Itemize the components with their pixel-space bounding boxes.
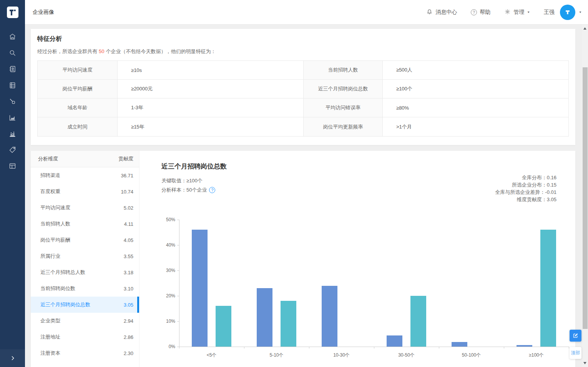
dimension-panel: 分析维度 贡献度 招聘渠道36.71百度权重10.74平均访问速度5.02当前招…: [31, 151, 140, 367]
dimension-item-label: 当前招聘人数: [40, 220, 70, 227]
document-icon[interactable]: [0, 77, 25, 93]
scrollbar-down-arrow-icon[interactable]: [583, 362, 586, 364]
dimension-item[interactable]: 所属行业3.55: [31, 248, 139, 264]
x-axis-label: ≥100个: [504, 352, 569, 359]
y-axis-tick: [177, 220, 179, 220]
sidebar-expand-button[interactable]: [0, 349, 25, 367]
feature-analysis-subtitle: 经过分析，所选企业群共有50个企业（不包括今天数据），他们的明显特征为：: [37, 48, 569, 55]
back-to-top-button[interactable]: 顶部: [570, 347, 581, 359]
bar-teal[interactable]: [216, 306, 231, 347]
x-axis-label: <5个: [179, 352, 244, 359]
feature-label-cell: 平均访问错误率: [304, 98, 383, 117]
avatar-chevron-down-icon[interactable]: ▼: [579, 11, 582, 14]
feature-value-cell: >1个月: [383, 117, 568, 136]
dimension-item-value: 2.30: [124, 350, 133, 356]
bar-teal[interactable]: [540, 230, 556, 347]
dimension-item-label: 平均访问速度: [40, 204, 70, 211]
key-icon[interactable]: [0, 93, 25, 109]
x-axis-label: 30-50个: [374, 352, 439, 359]
app-logo-icon: [7, 7, 18, 18]
x-axis-tick: [244, 347, 244, 349]
stat-line: 全库与所选企业差异：-0.01: [495, 189, 556, 196]
dimension-item[interactable]: 当前招聘岗位数3.10: [31, 280, 139, 297]
bar-blue[interactable]: [257, 288, 272, 347]
feature-label-cell: 岗位平均薪酬: [38, 80, 118, 98]
dimension-item[interactable]: 百度权重10.74: [31, 184, 139, 200]
y-axis-tick: [177, 296, 179, 296]
admin-label: 管理: [513, 9, 524, 16]
dimension-item-label: 当前招聘岗位数: [40, 285, 75, 292]
help-label: 帮助: [480, 9, 490, 16]
sidebar-nav: [0, 25, 25, 174]
home-icon[interactable]: [0, 28, 25, 45]
feature-value-cell: ≥100个: [383, 80, 568, 98]
user-menu[interactable]: 王强: [544, 9, 555, 16]
navbar-actions: 消息中心 ? 帮助 管理 ▼ 王强 ▼: [412, 5, 582, 20]
dimension-item-value: 3.05: [124, 302, 133, 308]
feature-table: 平均访问速度≥10s当前招聘人数≥500人岗位平均薪酬≥20000元近三个月招聘…: [37, 60, 569, 137]
dimension-item-value: 36.71: [121, 173, 133, 178]
dimension-item-value: 2.86: [124, 334, 133, 340]
dimension-item[interactable]: 注册地址2.86: [31, 329, 139, 345]
dimension-list: 招聘渠道36.71百度权重10.74平均访问速度5.02当前招聘人数4.11岗位…: [31, 167, 139, 361]
y-axis-tick-label: 0%: [140, 344, 175, 349]
bar-chart-icon[interactable]: [0, 125, 25, 142]
feedback-edit-button[interactable]: [570, 330, 581, 342]
feature-value-cell: ≥500人: [383, 61, 568, 80]
app-logo[interactable]: [0, 0, 25, 25]
dimension-item-value: 10.74: [121, 189, 133, 195]
tag-icon[interactable]: [0, 142, 25, 158]
y-axis-tick-label: 50%: [140, 217, 175, 222]
avatar[interactable]: [560, 5, 575, 20]
y-axis-tick: [177, 270, 179, 271]
bar-blue[interactable]: [517, 345, 532, 347]
dimension-item[interactable]: 注册资本2.30: [31, 345, 139, 361]
feature-value-cell: ≥20000元: [118, 80, 304, 98]
dimension-item[interactable]: 近三个月招聘岗位总数3.05: [31, 297, 139, 313]
feature-label-cell: 平均访问速度: [38, 61, 118, 80]
sample-help-icon[interactable]: ?: [209, 187, 215, 193]
dimension-item[interactable]: 近三个月招聘总人数3.18: [31, 264, 139, 280]
y-axis-tick-label: 40%: [140, 242, 175, 248]
sidebar: [0, 0, 25, 367]
area-chart-icon[interactable]: [0, 109, 25, 125]
chart-title: 近三个月招聘岗位总数: [161, 162, 575, 171]
dimension-item-label: 企业类型: [40, 317, 60, 324]
vertical-scrollbar[interactable]: [582, 25, 588, 367]
dimension-detail-card: 分析维度 贡献度 招聘渠道36.71百度权重10.74平均访问速度5.02当前招…: [31, 151, 575, 367]
stat-line: 所选企业分布：0.15: [495, 181, 556, 189]
message-center-menu[interactable]: 消息中心: [426, 8, 457, 16]
bar-blue[interactable]: [452, 342, 467, 347]
chevron-down-icon: ▼: [527, 11, 530, 14]
dimension-item[interactable]: 平均访问速度5.02: [31, 200, 139, 216]
scrollbar-up-arrow-icon[interactable]: [583, 27, 586, 30]
dimension-item[interactable]: 当前招聘人数4.11: [31, 216, 139, 232]
dimension-header-value: 贡献度: [118, 155, 133, 162]
contacts-icon[interactable]: [0, 61, 25, 77]
bell-icon: [426, 8, 433, 16]
layout-icon[interactable]: [0, 158, 25, 174]
dimension-header-label: 分析维度: [38, 155, 58, 162]
navbar: 企业画像 消息中心 ? 帮助 管理 ▼ 王强 ▼: [25, 0, 588, 25]
subtitle-suffix: 个企业（不包括今天数据），他们的明显特征为：: [106, 48, 216, 54]
bar-blue[interactable]: [192, 230, 208, 347]
dimension-item[interactable]: 企业类型2.94: [31, 313, 139, 329]
feature-label-cell: 域名年龄: [38, 98, 118, 117]
subtitle-prefix: 经过分析，所选企业群共有: [37, 48, 97, 54]
x-axis-tick: [374, 347, 374, 349]
feature-value-cell: ≥80%: [383, 98, 568, 117]
search-icon[interactable]: [0, 45, 25, 61]
bar-teal[interactable]: [410, 296, 426, 347]
scrollbar-thumb[interactable]: [583, 67, 588, 329]
help-menu[interactable]: ? 帮助: [471, 9, 490, 16]
admin-menu[interactable]: 管理 ▼: [504, 8, 530, 16]
stat-line: 全库分布：0.16: [495, 174, 556, 181]
dimension-item[interactable]: 招聘渠道36.71: [31, 167, 139, 184]
chart-panel: 近三个月招聘岗位总数 关键取值：≥100个 分析样本：50个企业 ? 全库分布：…: [140, 151, 575, 367]
bar-teal[interactable]: [281, 301, 296, 347]
bar-blue[interactable]: [387, 335, 402, 347]
feature-analysis-title: 特征分析: [37, 35, 569, 43]
dimension-item[interactable]: 岗位平均薪酬4.05: [31, 232, 139, 248]
dimension-item-value: 5.02: [124, 205, 133, 211]
bar-blue[interactable]: [322, 286, 337, 347]
